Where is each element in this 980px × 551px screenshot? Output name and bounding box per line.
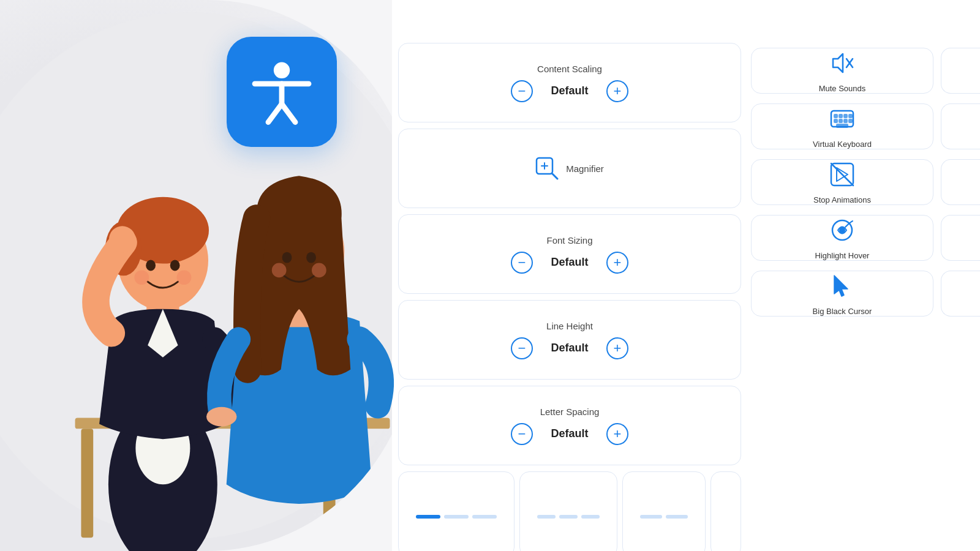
font-sizing-increase[interactable]: +: [606, 252, 628, 274]
people-illustration: [0, 31, 417, 551]
svg-rect-44: [844, 119, 847, 122]
bottom-controls-row: [398, 471, 741, 551]
mute-sounds-icon: [827, 48, 857, 78]
hide-images-card[interactable]: Hide Images: [941, 48, 980, 94]
big-black-cursor-label: Big Black Cursor: [808, 307, 877, 316]
col2-spacer: [937, 321, 980, 551]
highlight-links-card[interactable]: Highlight: [941, 215, 980, 261]
big-black-cursor-icon: [827, 271, 857, 301]
letter-spacing-decrease[interactable]: −: [511, 423, 533, 445]
widget-controls-panel: Content Scaling − Default + Magnifier Fo: [392, 43, 747, 551]
svg-point-25: [282, 252, 292, 263]
svg-rect-38: [834, 114, 837, 118]
virtual-keyboard-label: Virtual Keyboard: [808, 140, 876, 149]
line-height-decrease[interactable]: −: [511, 337, 533, 359]
svg-rect-40: [844, 114, 847, 118]
font-sizing-title: Font Sizing: [413, 235, 726, 246]
svg-rect-6: [81, 429, 93, 538]
line-height-card: Line Height − Default +: [398, 300, 741, 380]
line-height-title: Line Height: [413, 321, 726, 331]
content-scaling-controls: − Default +: [413, 80, 726, 102]
feature-cards-column-1: Mute Sounds Virtual Keyboard: [747, 43, 937, 551]
line-height-controls: − Default +: [413, 337, 726, 359]
accessibility-panel: Content Scaling − Default + Magnifier Fo: [392, 0, 980, 551]
svg-marker-34: [833, 54, 843, 72]
svg-line-48: [831, 163, 853, 186]
svg-marker-52: [834, 276, 848, 296]
big-white-cursor-card[interactable]: Big White: [941, 271, 980, 317]
bottom-card-3: [622, 471, 706, 551]
reading-mask-card[interactable]: Reading: [941, 159, 980, 205]
svg-point-21: [134, 270, 149, 285]
illustration-background: [0, 0, 417, 551]
content-scaling-increase[interactable]: +: [606, 80, 628, 102]
highlight-hover-card[interactable]: Highlight Hover: [751, 215, 933, 261]
feature-cards-column-2: Hide Images U A Reading: [937, 43, 980, 551]
font-sizing-value: Default: [545, 256, 594, 269]
letter-spacing-increase[interactable]: +: [606, 423, 628, 445]
letter-spacing-title: Letter Spacing: [413, 407, 726, 417]
svg-rect-43: [839, 119, 842, 122]
font-sizing-decrease[interactable]: −: [511, 252, 533, 274]
big-black-cursor-card[interactable]: Big Black Cursor: [751, 271, 933, 317]
stop-animations-label: Stop Animations: [809, 195, 876, 204]
virtual-keyboard-card[interactable]: Virtual Keyboard: [751, 103, 933, 149]
svg-point-51: [840, 228, 845, 233]
font-sizing-controls: − Default +: [413, 252, 726, 274]
magnifier-icon: [535, 157, 559, 180]
stop-animations-icon: [827, 160, 857, 189]
content-scaling-decrease[interactable]: −: [511, 80, 533, 102]
svg-rect-39: [839, 114, 842, 118]
magnifier-title: Magnifier: [566, 163, 604, 174]
content-scaling-value: Default: [545, 84, 594, 97]
svg-point-27: [272, 263, 287, 278]
svg-point-28: [312, 263, 326, 278]
svg-rect-46: [837, 124, 848, 127]
stop-animations-card[interactable]: Stop Animations: [751, 159, 933, 205]
content-scaling-title: Content Scaling: [413, 64, 726, 74]
svg-point-26: [306, 252, 316, 263]
letter-spacing-controls: − Default +: [413, 423, 726, 445]
font-sizing-card: Font Sizing − Default +: [398, 214, 741, 294]
bottom-card-2: [519, 471, 617, 551]
svg-rect-41: [849, 114, 852, 118]
svg-point-20: [170, 260, 180, 271]
svg-point-29: [206, 407, 236, 427]
svg-rect-45: [849, 119, 852, 122]
mute-sounds-card[interactable]: Mute Sounds: [751, 48, 933, 94]
svg-line-31: [552, 174, 557, 179]
letter-spacing-card: Letter Spacing − Default +: [398, 386, 741, 465]
line-height-value: Default: [545, 342, 594, 354]
col1-spacer: [747, 321, 937, 551]
mute-sounds-label: Mute Sounds: [814, 84, 871, 93]
highlight-hover-icon: [827, 216, 857, 245]
svg-point-19: [146, 260, 156, 271]
bottom-card-4: [710, 471, 741, 551]
svg-rect-42: [834, 119, 837, 122]
magnifier-card: Magnifier: [398, 129, 741, 208]
letter-spacing-value: Default: [545, 427, 594, 440]
content-scaling-card: Content Scaling − Default +: [398, 43, 741, 122]
svg-point-22: [177, 270, 192, 285]
svg-point-18: [109, 226, 135, 252]
reading-guide-card[interactable]: U A Reading: [941, 103, 980, 149]
virtual-keyboard-icon: [827, 104, 857, 133]
line-height-increase[interactable]: +: [606, 337, 628, 359]
highlight-hover-label: Highlight Hover: [810, 251, 875, 260]
